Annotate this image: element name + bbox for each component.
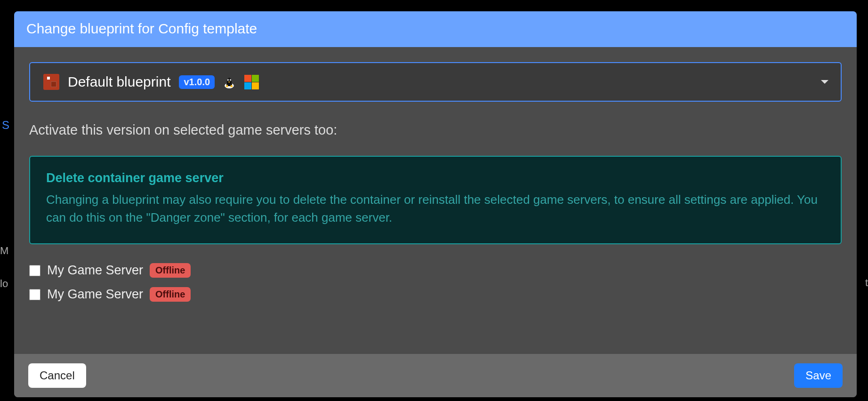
info-text: Changing a blueprint may also require yo… — [46, 191, 825, 226]
modal-body: Default blueprint v1.0.0 — [14, 47, 857, 354]
bg-hint: t — [865, 277, 868, 289]
change-blueprint-modal: Change blueprint for Config template Def… — [14, 11, 857, 397]
status-badge: Offline — [150, 287, 191, 302]
version-badge: v1.0.0 — [179, 75, 215, 89]
server-checkbox[interactable] — [29, 289, 40, 300]
server-name: My Game Server — [47, 287, 143, 302]
server-row[interactable]: My Game Server Offline — [29, 287, 842, 302]
bg-hint: lo — [0, 278, 8, 290]
server-row[interactable]: My Game Server Offline — [29, 263, 842, 278]
server-checkbox[interactable] — [29, 265, 40, 276]
blueprint-select-label: Default blueprint — [68, 74, 170, 90]
linux-icon — [223, 75, 235, 89]
bg-hint: S — [2, 119, 9, 132]
server-name: My Game Server — [47, 263, 143, 278]
status-badge: Offline — [150, 263, 191, 278]
info-title: Delete container game server — [46, 171, 825, 185]
save-button[interactable]: Save — [794, 363, 843, 388]
bg-hint: M — [0, 245, 8, 257]
modal-footer: Cancel Save — [14, 354, 857, 397]
server-list: My Game Server Offline My Game Server Of… — [29, 263, 842, 302]
chevron-down-icon — [821, 80, 828, 84]
svg-point-4 — [230, 80, 231, 81]
section-heading: Activate this version on selected game s… — [29, 122, 842, 138]
info-box: Delete container game server Changing a … — [29, 156, 842, 244]
windows-icon — [244, 74, 259, 89]
blueprint-select[interactable]: Default blueprint v1.0.0 — [29, 62, 842, 102]
app-icon — [43, 74, 59, 90]
svg-point-3 — [228, 80, 229, 81]
cancel-button[interactable]: Cancel — [28, 363, 86, 388]
modal-title: Change blueprint for Config template — [14, 11, 857, 47]
